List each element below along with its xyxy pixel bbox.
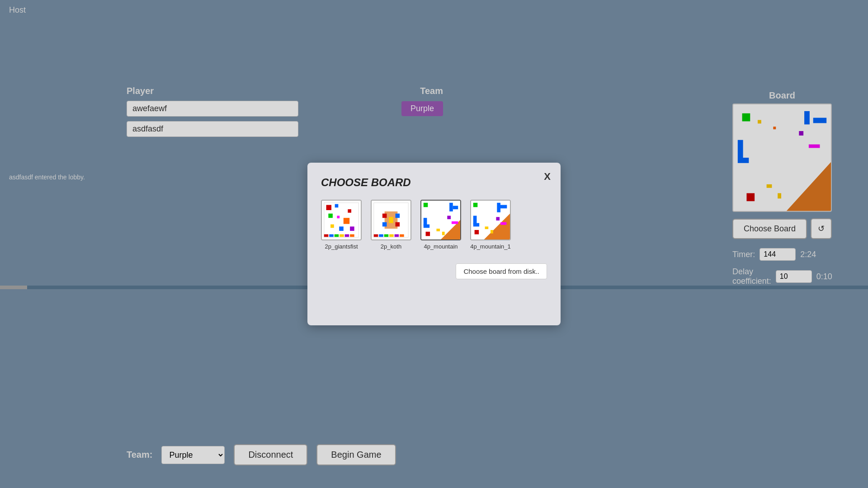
svg-rect-52 bbox=[424, 225, 429, 228]
svg-rect-67 bbox=[475, 230, 479, 235]
svg-rect-55 bbox=[426, 232, 430, 236]
svg-rect-36 bbox=[396, 214, 400, 218]
svg-rect-63 bbox=[473, 216, 477, 224]
board-item-4p-mountain[interactable]: 4p_mountain bbox=[420, 200, 461, 250]
svg-rect-50 bbox=[453, 206, 458, 209]
choose-board-from-disk-button[interactable]: Choose board from disk.. bbox=[456, 263, 547, 279]
svg-rect-24 bbox=[350, 226, 354, 231]
svg-rect-62 bbox=[500, 205, 507, 209]
svg-rect-69 bbox=[491, 230, 493, 234]
svg-rect-22 bbox=[339, 226, 344, 231]
svg-rect-26 bbox=[324, 235, 329, 237]
svg-rect-54 bbox=[452, 221, 458, 224]
svg-rect-53 bbox=[447, 216, 451, 219]
modal-footer: Choose board from disk.. bbox=[321, 263, 547, 279]
svg-rect-56 bbox=[436, 229, 440, 231]
board-item-4p-mountain-1[interactable]: 4p_mountain_1 bbox=[470, 200, 511, 250]
board-item-2p-koth[interactable]: 2p_koth bbox=[371, 200, 411, 250]
svg-rect-39 bbox=[389, 217, 393, 223]
board-item-2p-giantsfist[interactable]: 2p_giantsfist bbox=[321, 200, 362, 250]
svg-rect-45 bbox=[400, 235, 404, 237]
modal-title: CHOOSE BOARD bbox=[321, 176, 547, 189]
board-name-4p-mountain-1: 4p_mountain_1 bbox=[470, 243, 511, 250]
svg-rect-21 bbox=[348, 209, 351, 213]
svg-rect-35 bbox=[382, 214, 387, 218]
board-name-4p-mountain: 4p_mountain bbox=[424, 243, 458, 250]
choose-board-modal: CHOOSE BOARD X bbox=[307, 163, 561, 325]
modal-overlay: CHOOSE BOARD X bbox=[0, 0, 868, 488]
svg-rect-68 bbox=[485, 226, 489, 229]
svg-rect-27 bbox=[329, 235, 334, 237]
svg-rect-60 bbox=[473, 203, 478, 207]
svg-rect-18 bbox=[335, 204, 339, 208]
svg-rect-31 bbox=[350, 235, 354, 237]
board-thumb-2p-koth bbox=[371, 200, 411, 240]
svg-rect-23 bbox=[330, 225, 334, 228]
svg-rect-37 bbox=[382, 222, 387, 227]
svg-rect-43 bbox=[389, 235, 394, 237]
svg-rect-61 bbox=[497, 203, 500, 212]
modal-close-button[interactable]: X bbox=[544, 171, 551, 183]
svg-rect-64 bbox=[473, 223, 479, 227]
board-thumb-4p-mountain-1 bbox=[470, 200, 511, 240]
svg-rect-66 bbox=[500, 222, 506, 225]
board-name-2p-koth: 2p_koth bbox=[381, 243, 401, 250]
svg-rect-65 bbox=[496, 217, 500, 221]
svg-rect-20 bbox=[344, 218, 349, 224]
svg-rect-44 bbox=[395, 235, 399, 237]
svg-rect-48 bbox=[424, 203, 428, 207]
svg-rect-29 bbox=[340, 235, 344, 237]
board-grid: 2p_giantsfist bbox=[321, 200, 547, 250]
svg-rect-25 bbox=[337, 216, 340, 218]
svg-rect-41 bbox=[379, 235, 383, 237]
svg-rect-49 bbox=[449, 203, 453, 211]
board-thumb-2p-giantsfist bbox=[321, 200, 362, 240]
board-thumb-4p-mountain bbox=[420, 200, 461, 240]
svg-rect-17 bbox=[326, 205, 331, 210]
svg-rect-57 bbox=[442, 232, 445, 235]
svg-rect-42 bbox=[384, 235, 389, 237]
svg-rect-30 bbox=[345, 235, 349, 237]
svg-rect-38 bbox=[396, 222, 400, 227]
svg-rect-19 bbox=[328, 214, 333, 218]
board-name-2p-giantsfist: 2p_giantsfist bbox=[325, 243, 358, 250]
svg-rect-40 bbox=[374, 235, 378, 237]
svg-rect-28 bbox=[335, 235, 339, 237]
